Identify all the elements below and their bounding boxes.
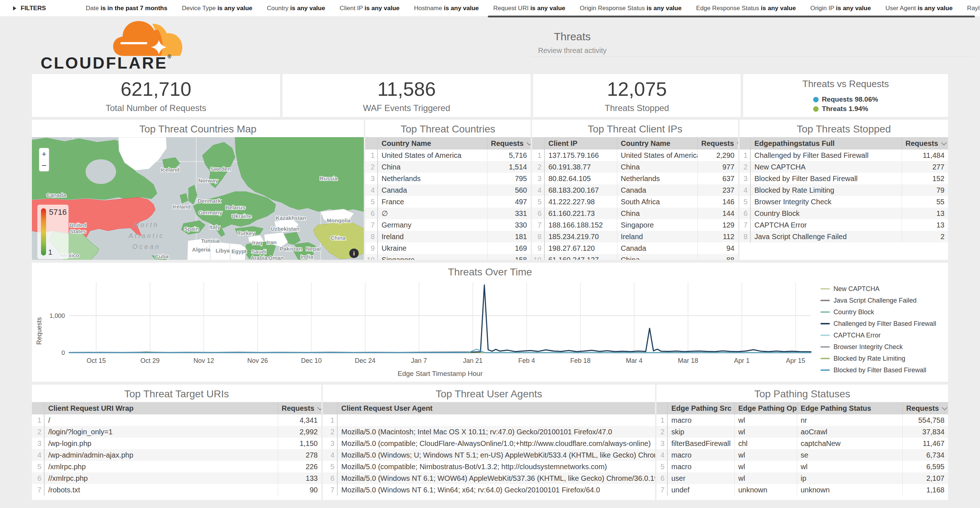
table-cell: 6	[532, 207, 544, 219]
table-cell: 1	[365, 150, 377, 161]
table-row[interactable]: 7Germany330	[365, 219, 531, 231]
table-row[interactable]: 5France497	[365, 196, 531, 207]
table-row[interactable]: 6//xmlrpc.php133	[32, 473, 321, 484]
sortable-column-header[interactable]: Requests	[487, 137, 531, 150]
chart-legend-item[interactable]: CAPTCHA Error	[821, 332, 945, 339]
chart-legend-item[interactable]: Country Block	[821, 309, 945, 316]
legend-label: Country Block	[834, 309, 874, 316]
table-row[interactable]: 3/wp-login.php1,150	[32, 438, 321, 449]
filter-item[interactable]: Client IP is any value	[339, 5, 399, 12]
tvr-legend-item[interactable]: Threats 1.94%	[813, 105, 878, 113]
table-row[interactable]: 1United States of America5,716	[365, 150, 531, 161]
table-row[interactable]: 10Singapore158	[365, 254, 531, 260]
sortable-column-header[interactable]: Requests	[902, 402, 948, 414]
table-row[interactable]: 6∅331	[365, 207, 531, 219]
table-row[interactable]: 661.160.221.73China144	[532, 207, 738, 219]
table-cell: 1,514	[487, 161, 531, 173]
table-row[interactable]: 2Mozilla/5.0 (Macintosh; Intel Mac OS X …	[323, 426, 655, 438]
table-row[interactable]: 4macrowlse6,734	[657, 449, 948, 461]
table-row[interactable]: 6userwlip2,107	[657, 473, 948, 484]
chart-legend-item[interactable]: Challenged by Filter Based Firewall	[821, 320, 945, 328]
table-row[interactable]: 1061.160.247.127China88	[532, 254, 738, 260]
chart-legend-item[interactable]: Java Script Challenge Failed	[821, 297, 945, 304]
table-row[interactable]: 2skipwlaoCrawl37,834	[657, 426, 948, 438]
table-row[interactable]: 1137.175.79.166United States of America2…	[532, 150, 738, 161]
tvr-legend-item[interactable]: Requests 98.06%	[813, 96, 878, 104]
table-row[interactable]: 7188.166.188.152Singapore129	[532, 219, 738, 231]
filter-item[interactable]: Hostname is any value	[414, 5, 479, 12]
table-row[interactable]: 1Challenged by Filter Based Firewall11,4…	[740, 150, 948, 161]
table-row[interactable]: 260.191.38.77China977	[532, 161, 738, 173]
filter-item[interactable]: Device Type is any value	[182, 5, 252, 12]
table-row[interactable]: 8185.234.219.70Ireland112	[532, 231, 738, 242]
table-row[interactable]: 4/wp-admin/admin-ajax.php278	[32, 449, 321, 461]
filter-bar-scrollbar[interactable]	[488, 16, 975, 18]
table-row[interactable]: 7CAPTCHA Error13	[740, 219, 948, 231]
table-cell: 10	[365, 254, 377, 260]
country-label: Libya	[215, 247, 230, 254]
country-label: Oman	[268, 255, 284, 260]
sortable-column-header[interactable]: Requests	[902, 137, 948, 150]
table-row[interactable]: 3Blocked by Filter Based Firewall152	[740, 173, 948, 184]
table-row[interactable]: 541.222.227.98South Africa146	[532, 196, 738, 207]
table-row[interactable]: 9Ukraine169	[365, 242, 531, 254]
filter-item[interactable]: RayID is any val…	[967, 5, 980, 12]
table-row[interactable]: 1	[323, 414, 655, 426]
table-row[interactable]: 1/4,341	[32, 414, 321, 426]
table-row[interactable]: 7Mozilla/5.0 (Windows NT 6.1; Win64; x64…	[323, 484, 655, 496]
table-row[interactable]: 3Mozilla/5.0 (compatible; CloudFlare-Alw…	[323, 438, 655, 449]
table-cell: Mozilla/5.0 (Macintosh; Intel Mac OS X 1…	[337, 426, 655, 438]
filter-item[interactable]: User Agent is any value	[885, 5, 953, 12]
table-row[interactable]: 468.183.200.167Canada237	[532, 184, 738, 196]
sortable-column-header[interactable]: Requests	[278, 402, 321, 414]
table-row[interactable]: 9198.27.67.120Canada94	[532, 242, 738, 254]
table-row[interactable]: 4Blocked by Rate Limiting79	[740, 184, 948, 196]
filter-item[interactable]: Origin Response Status is any value	[580, 5, 682, 12]
table-row[interactable]: 3filterBasedFirewallchlcaptchaNew11,467	[657, 438, 948, 449]
table-row[interactable]: 4Canada560	[365, 184, 531, 196]
table-row[interactable]: 6Mozilla/5.0 (Windows NT 6.1; WOW64) App…	[323, 473, 655, 484]
table-row[interactable]: 4Mozilla/5.0 (Windows; U; Windows NT 5.1…	[323, 449, 655, 461]
table-row[interactable]: 8Ireland181	[365, 231, 531, 242]
country-label: Uzbekistan	[270, 226, 299, 232]
table-cell: 4	[740, 184, 751, 196]
table-row[interactable]: 5macrowlwl6,595	[657, 461, 948, 473]
table-row[interactable]: 6Country Block13	[740, 207, 948, 219]
sortable-column-header[interactable]: Requests	[697, 137, 738, 150]
chart-legend-item[interactable]: Blocked by Rate Limiting	[821, 355, 945, 363]
table-row[interactable]: 2China1,514	[365, 161, 531, 173]
table-row[interactable]: 2New CAPTCHA277	[740, 161, 948, 173]
filter-item[interactable]: Origin IP is any value	[810, 5, 871, 12]
table-row[interactable]: 7/robots.txt90	[32, 484, 321, 496]
table-cell: 13	[902, 219, 948, 231]
chart-legend-item[interactable]: Browser Integrity Check	[821, 343, 945, 351]
map-legend: 5716 1	[37, 205, 68, 259]
map-zoom-control[interactable]: + −	[39, 148, 49, 171]
filter-item[interactable]: Edge Response Status is any value	[696, 5, 796, 12]
top-threat-user-agents-panel: Top Threat User Agents Client Request Us…	[323, 385, 655, 500]
table-header-row: Edgepathingstatus FullRequests	[740, 137, 948, 150]
filter-item[interactable]: Date is in the past 7 months	[86, 5, 167, 12]
table-row[interactable]: 2/login/?login_only=12,992	[32, 426, 321, 438]
table-row[interactable]: 7undefunknownunknown1,168	[657, 484, 948, 496]
table-row[interactable]: 380.82.64.105Netherlands637	[532, 173, 738, 184]
filter-item[interactable]: Country is any value	[267, 5, 325, 12]
country-label: States	[70, 228, 86, 234]
filter-item[interactable]: Request URI is any value	[493, 5, 565, 12]
chart-legend-item[interactable]: Blocked by Filter Based Firewall	[821, 366, 945, 374]
table-row[interactable]: 3Netherlands795	[365, 173, 531, 184]
threats-over-time-chart[interactable]: 01,000Oct 15Oct 29Nov 12Nov 26Dec 10Dec …	[35, 280, 818, 379]
filters-toggle-button[interactable]: FILTERS	[13, 5, 46, 12]
world-map[interactable]: CanadaIcelandSwedenNorwayRussiaDenmarkIr…	[32, 137, 364, 260]
legend-label: Java Script Challenge Failed	[834, 297, 916, 304]
table-row[interactable]: 5Mozilla/5.0 (compatible; Nimbostratus-B…	[323, 461, 655, 473]
table-row[interactable]: 1macrowlnr554,758	[657, 414, 948, 426]
table-row[interactable]: 5/xmlrpc.php226	[32, 461, 321, 473]
map-info-button[interactable]: i	[349, 248, 359, 258]
filter-bar: FILTERS Date is in the past 7 monthsDevi…	[0, 0, 980, 17]
table-row[interactable]: 8Java Script Challenge Failed2	[740, 231, 948, 242]
table-cell: 560	[487, 184, 531, 196]
table-row[interactable]: 5Browser Integrity Check55	[740, 196, 948, 207]
chart-legend-item[interactable]: New CAPTCHA	[821, 285, 945, 293]
table-cell: Ireland	[617, 231, 697, 242]
